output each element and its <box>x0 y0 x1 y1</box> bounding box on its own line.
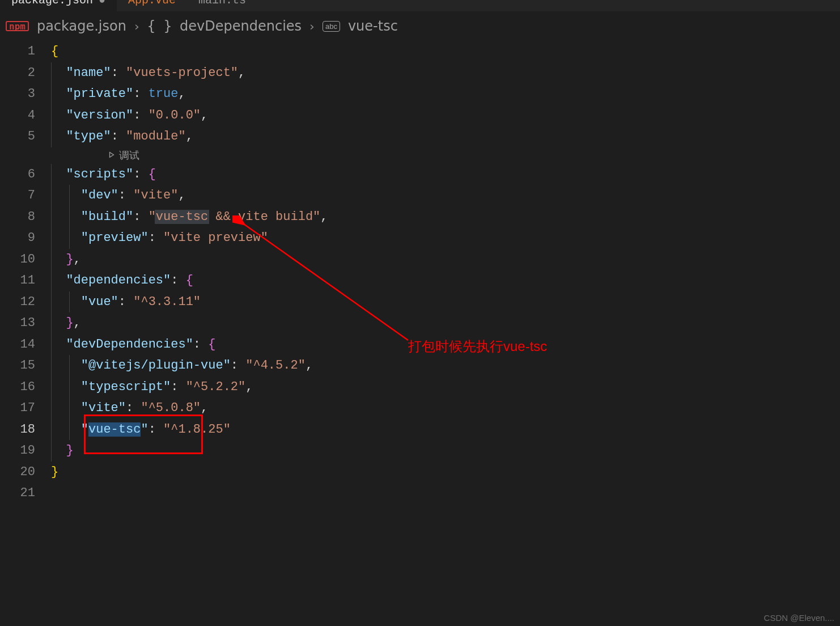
tab-label: package.json <box>11 0 93 7</box>
tab-package-json[interactable]: package.json ● <box>0 0 117 11</box>
breadcrumb-segment[interactable]: vue-tsc <box>348 18 398 34</box>
code-content[interactable]: { "name": "vuets-project", "private": tr… <box>51 41 840 504</box>
highlighted-text: vue-tsc <box>155 210 209 224</box>
chevron-right-icon: › <box>309 19 315 33</box>
annotation-text: 打包时候先执行vue-tsc <box>408 337 547 356</box>
line-number-gutter: 1 2 3 4 5 6 7 8 9 10 11 12 13 14 15 16 1… <box>0 41 51 504</box>
code-editor[interactable]: 1 2 3 4 5 6 7 8 9 10 11 12 13 14 15 16 1… <box>0 41 840 504</box>
selected-text: vue-tsc <box>88 422 141 437</box>
tab-main-ts[interactable]: main.ts <box>187 0 257 11</box>
modified-dot-icon: ● <box>99 0 105 7</box>
chevron-right-icon: › <box>134 19 139 33</box>
tab-label: App.vue <box>128 0 176 7</box>
tab-app-vue[interactable]: App.vue <box>117 0 187 11</box>
breadcrumb[interactable]: npm package.json › { } devDependencies ›… <box>0 11 840 41</box>
tab-label: main.ts <box>198 0 246 7</box>
abc-icon: abc <box>323 21 340 32</box>
codelens-debug[interactable]: 调试 <box>119 145 139 166</box>
braces-icon: { } <box>147 18 172 34</box>
breadcrumb-file[interactable]: package.json <box>37 18 126 34</box>
npm-icon: npm <box>6 21 29 31</box>
watermark: CSDN @Eleven.... <box>764 613 834 623</box>
breadcrumb-segment[interactable]: devDependencies <box>180 18 302 34</box>
tab-bar: package.json ● App.vue main.ts <box>0 0 840 11</box>
